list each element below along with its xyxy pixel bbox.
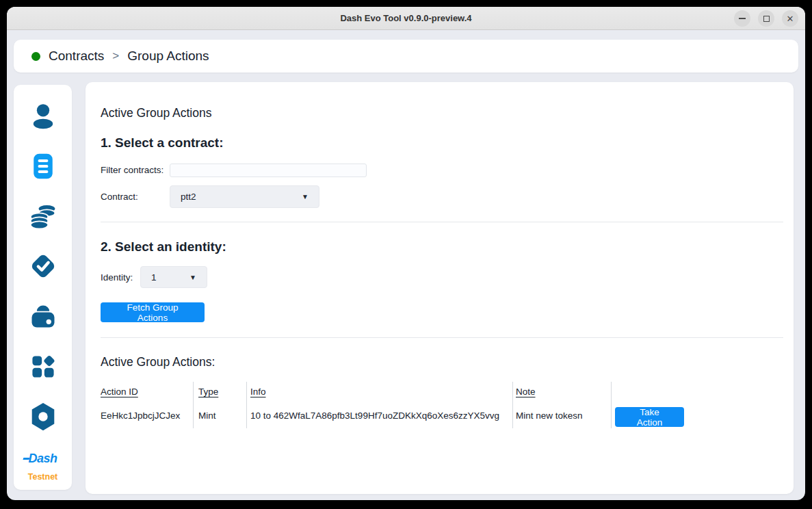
identity-dropdown-value: 1 [151,272,157,283]
identity-row: Identity: 1 ▼ [101,266,778,288]
contract-label: Contract: [101,192,170,202]
contract-dropdown-value: ptt2 [181,192,196,202]
app-window: Dash Evo Tool v0.9.0-preview.4 ✕ Contrac… [7,7,805,500]
filter-contracts-input[interactable] [170,164,367,177]
window-title: Dash Evo Tool v0.9.0-preview.4 [340,13,471,23]
column-type: Type Mint [194,382,247,428]
sidebar-item-verify[interactable] [27,250,59,282]
connection-status-dot [31,52,40,61]
breadcrumb-contracts[interactable]: Contracts [49,49,104,64]
breadcrumb-separator: > [112,49,119,63]
cell-type: Mint [198,410,246,421]
column-action-id: Action ID EeHkc1JpbcjJCJex [101,382,194,428]
column-action: Take Action [612,382,684,428]
maximize-button[interactable] [758,10,774,27]
identity-label: Identity: [101,272,140,283]
tokens-icon [28,201,58,231]
minimize-icon [739,18,746,19]
titlebar: Dash Evo Tool v0.9.0-preview.4 ✕ [7,7,805,30]
identity-dropdown[interactable]: 1 ▼ [140,266,207,288]
network-badge: Testnet [28,472,58,482]
maximize-icon [763,16,770,22]
sidebar-footer: Dash Testnet [28,452,58,482]
breadcrumb-group-actions[interactable]: Group Actions [127,49,209,64]
window-controls: ✕ [734,10,798,27]
sidebar: Dash Testnet [14,85,72,490]
column-note: Note Mint new tokesn [513,382,612,428]
dash-logo-stroke [23,458,30,460]
filter-contracts-label: Filter contracts: [101,165,170,175]
column-info: Info 10 to 462WfaL7A86pfb3Lt99Hf7uoZDKkX… [247,382,513,428]
contracts-icon [28,151,58,181]
sidebar-item-identities[interactable] [27,101,59,132]
column-header: Note [516,386,611,397]
close-icon: ✕ [787,14,794,23]
page-title: Active Group Actions [101,106,778,120]
identity-icon [28,101,58,131]
divider [101,222,783,222]
sidebar-item-tokens[interactable] [27,201,59,232]
take-action-button[interactable]: Take Action [615,407,684,427]
breadcrumb: Contracts > Group Actions [14,40,798,73]
cell-info: 10 to 462WfaL7A86pfb3Lt99Hf7uoZDKkXq6oXe… [250,410,512,421]
network-icon [27,401,59,432]
column-header: Info [250,386,512,397]
check-icon [27,250,59,282]
column-header: Type [198,386,246,397]
sidebar-item-network[interactable] [27,401,59,432]
minimize-button[interactable] [734,10,750,27]
contract-dropdown[interactable]: ptt2 ▼ [170,185,319,208]
section1-heading: 1. Select a contract: [101,135,778,151]
fetch-group-actions-button[interactable]: Fetch Group Actions [101,302,205,322]
sidebar-item-wallet[interactable] [27,301,59,332]
apps-icon [28,352,58,382]
chevron-down-icon: ▼ [189,274,196,281]
column-header: Action ID [101,386,193,397]
chevron-down-icon: ▼ [302,193,309,200]
cell-action-id: EeHkc1JpbcjJCJex [101,410,193,421]
group-actions-table: Action ID EeHkc1JpbcjJCJex Type Mint Inf… [101,382,778,428]
section2-heading: 2. Select an identity: [101,239,778,254]
dash-logo: Dash [28,452,57,466]
cell-note: Mint new tokesn [516,410,611,421]
close-button[interactable]: ✕ [782,10,798,27]
contract-row: Contract: ptt2 ▼ [101,185,778,208]
sidebar-item-contracts[interactable] [27,151,59,182]
divider [101,337,783,338]
sidebar-item-apps[interactable] [27,351,59,382]
wallet-icon [28,302,58,332]
filter-contracts-row: Filter contracts: [101,163,778,177]
main-content: Active Group Actions 1. Select a contrac… [86,82,794,494]
results-heading: Active Group Actions: [101,355,778,369]
